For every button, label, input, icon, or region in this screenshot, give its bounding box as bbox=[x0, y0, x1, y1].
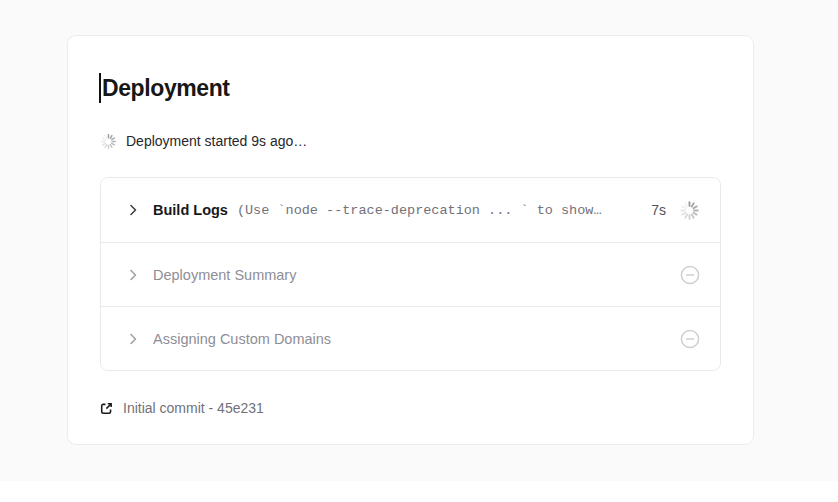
circle-minus-icon bbox=[680, 329, 700, 349]
step-meta bbox=[680, 329, 700, 349]
deployment-status: Deployment started 9s ago… bbox=[100, 131, 721, 151]
chevron-right-icon bbox=[125, 331, 141, 347]
page-background: Deployment Deployment started 9s ago… Bu… bbox=[0, 0, 838, 481]
commit-text: Initial commit - 45e231 bbox=[123, 400, 264, 416]
text-caret bbox=[99, 73, 101, 103]
step-detail: (Use `node --trace-deprecation ... ` to … bbox=[237, 203, 651, 218]
step-meta bbox=[680, 265, 700, 285]
step-label: Build Logs bbox=[153, 202, 228, 218]
external-link-icon bbox=[100, 402, 113, 415]
step-row-assigning-custom-domains[interactable]: Assigning Custom Domains bbox=[101, 306, 720, 370]
chevron-right-icon bbox=[125, 202, 141, 218]
chevron-right-icon bbox=[125, 267, 141, 283]
page-title-text: Deployment bbox=[102, 75, 230, 101]
circle-minus-icon bbox=[680, 265, 700, 285]
deployment-steps: Build Logs (Use `node --trace-deprecatio… bbox=[100, 177, 721, 371]
commit-link[interactable]: Initial commit - 45e231 bbox=[100, 398, 721, 418]
step-meta: 7s bbox=[651, 200, 700, 221]
step-label: Assigning Custom Domains bbox=[153, 331, 331, 347]
spinner-icon bbox=[679, 200, 700, 221]
status-text: Deployment started 9s ago… bbox=[126, 133, 307, 149]
step-label: Deployment Summary bbox=[153, 267, 296, 283]
step-row-build-logs[interactable]: Build Logs (Use `node --trace-deprecatio… bbox=[101, 178, 720, 242]
step-row-deployment-summary[interactable]: Deployment Summary bbox=[101, 242, 720, 306]
deployment-card: Deployment Deployment started 9s ago… Bu… bbox=[67, 35, 754, 445]
page-title: Deployment bbox=[100, 73, 721, 103]
step-duration: 7s bbox=[651, 202, 666, 218]
spinner-icon bbox=[100, 133, 117, 150]
